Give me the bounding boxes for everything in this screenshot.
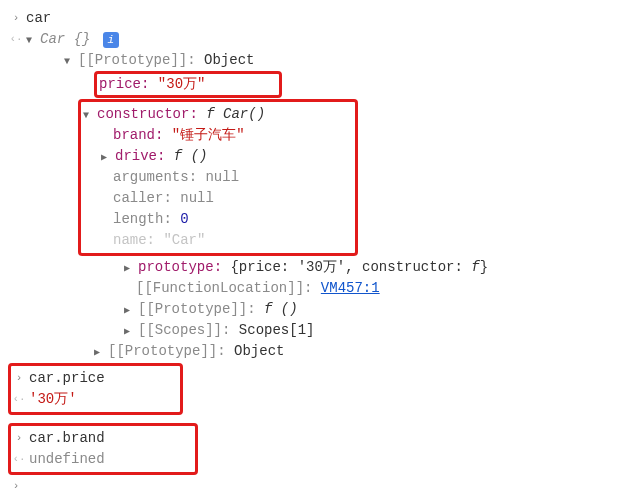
prop-key: [[Prototype]] bbox=[108, 343, 217, 359]
price-row[interactable]: price: "30万" bbox=[8, 71, 619, 98]
fn-italic-f: f bbox=[206, 106, 214, 122]
prop-val: 0 bbox=[180, 211, 188, 227]
prop-val: "锤子汽车" bbox=[172, 127, 245, 143]
prop-key: prototype bbox=[138, 259, 214, 275]
prop-key: arguments bbox=[113, 169, 189, 185]
caller-row[interactable]: caller: null bbox=[81, 188, 351, 209]
prop-val: "30万" bbox=[158, 76, 206, 92]
outer-proto-row[interactable]: ▶[[Prototype]]: Object bbox=[8, 341, 619, 362]
output-chevron-icon: ‹· bbox=[11, 391, 27, 408]
console-input-text: car.price bbox=[27, 368, 176, 389]
drive-row[interactable]: ▶drive: f () bbox=[81, 146, 351, 167]
length-row[interactable]: length: 0 bbox=[81, 209, 351, 230]
proto-fn-row[interactable]: ▶[[Prototype]]: f () bbox=[8, 299, 619, 320]
console-input-row[interactable]: › car.brand bbox=[11, 428, 191, 449]
triangle-right-icon: ▶ bbox=[124, 261, 134, 276]
output-chevron-icon: ‹· bbox=[8, 31, 24, 48]
close-brace: } bbox=[480, 259, 488, 275]
console-output-row[interactable]: ‹· ▼Car {} i bbox=[8, 29, 619, 50]
arguments-row[interactable]: arguments: null bbox=[81, 167, 351, 188]
prop-val: null bbox=[205, 169, 239, 185]
console-output-row: ‹· '30万' bbox=[11, 389, 176, 410]
prop-val: Scopes[1] bbox=[239, 322, 315, 338]
prop-key: price bbox=[99, 76, 141, 92]
fn-sig: Car() bbox=[215, 106, 265, 122]
class-name: Car bbox=[40, 31, 65, 47]
object-braces: {} bbox=[74, 31, 91, 47]
triangle-right-icon: ▶ bbox=[101, 150, 111, 165]
prop-key: brand bbox=[113, 127, 155, 143]
prop-key: drive bbox=[115, 148, 157, 164]
truncated-text: name: "Car" bbox=[113, 232, 205, 248]
input-chevron-icon: › bbox=[11, 430, 27, 447]
scopes-row[interactable]: ▶[[Scopes]]: Scopes[1] bbox=[8, 320, 619, 341]
fn-sig: () bbox=[182, 148, 207, 164]
console-input-row[interactable]: › car.price bbox=[11, 368, 176, 389]
brand-row[interactable]: brand: "锤子汽车" bbox=[81, 125, 351, 146]
triangle-right-icon: ▶ bbox=[94, 345, 104, 360]
prototype-row[interactable]: ▶prototype: {price: '30万', constructor: … bbox=[8, 257, 619, 278]
output-chevron-icon: ‹· bbox=[11, 451, 27, 468]
truncated-row: name: "Car" bbox=[81, 230, 351, 251]
prop-key: [[Scopes]] bbox=[138, 322, 222, 338]
fn-italic-f: f bbox=[471, 259, 479, 275]
proto-row[interactable]: ▼[[Prototype]]: Object bbox=[8, 50, 619, 71]
object-header: ▼Car {} i bbox=[24, 29, 619, 50]
console-output-row: ‹· undefined bbox=[11, 449, 191, 470]
prop-val: null bbox=[180, 190, 214, 206]
input-chevron-icon: › bbox=[11, 370, 27, 387]
prop-key: constructor bbox=[97, 106, 189, 122]
constructor-row[interactable]: ▼constructor: f Car() bbox=[81, 104, 351, 125]
highlight-box: › car.brand ‹· undefined bbox=[8, 423, 198, 475]
fnlocation-row[interactable]: [[FunctionLocation]]: VM457:1 bbox=[8, 278, 619, 299]
highlight-box: ▼constructor: f Car() brand: "锤子汽车" ▶dri… bbox=[78, 99, 358, 256]
prop-key: caller bbox=[113, 190, 163, 206]
console-output-text: undefined bbox=[27, 449, 191, 470]
fn-sig: () bbox=[272, 301, 297, 317]
fn-italic-f: f bbox=[174, 148, 182, 164]
triangle-down-icon: ▼ bbox=[83, 108, 93, 123]
console-output-text: '30万' bbox=[27, 389, 176, 410]
console-input-row[interactable]: › car bbox=[8, 8, 619, 29]
triangle-right-icon: ▶ bbox=[124, 324, 134, 339]
input-chevron-icon: › bbox=[8, 10, 24, 27]
highlight-box: price: "30万" bbox=[94, 71, 282, 98]
prop-key: [[FunctionLocation]] bbox=[136, 280, 304, 296]
prop-key: [[Prototype]] bbox=[78, 52, 187, 68]
console-input-text: car bbox=[24, 8, 619, 29]
input-chevron-icon: › bbox=[8, 478, 24, 495]
console-input-text: car.brand bbox=[27, 428, 191, 449]
prop-val: Object bbox=[204, 52, 254, 68]
prop-val: Object bbox=[234, 343, 284, 359]
prop-key: [[Prototype]] bbox=[138, 301, 247, 317]
triangle-down-icon: ▼ bbox=[26, 33, 36, 48]
prop-key: length bbox=[113, 211, 163, 227]
vm-link[interactable]: VM457:1 bbox=[321, 280, 380, 296]
prop-val: {price: '30万', constructor: bbox=[230, 259, 471, 275]
triangle-right-icon: ▶ bbox=[124, 303, 134, 318]
console-input-row[interactable]: › bbox=[8, 476, 619, 497]
info-icon[interactable]: i bbox=[103, 32, 119, 48]
highlight-box: › car.price ‹· '30万' bbox=[8, 363, 183, 415]
triangle-down-icon: ▼ bbox=[64, 54, 74, 69]
